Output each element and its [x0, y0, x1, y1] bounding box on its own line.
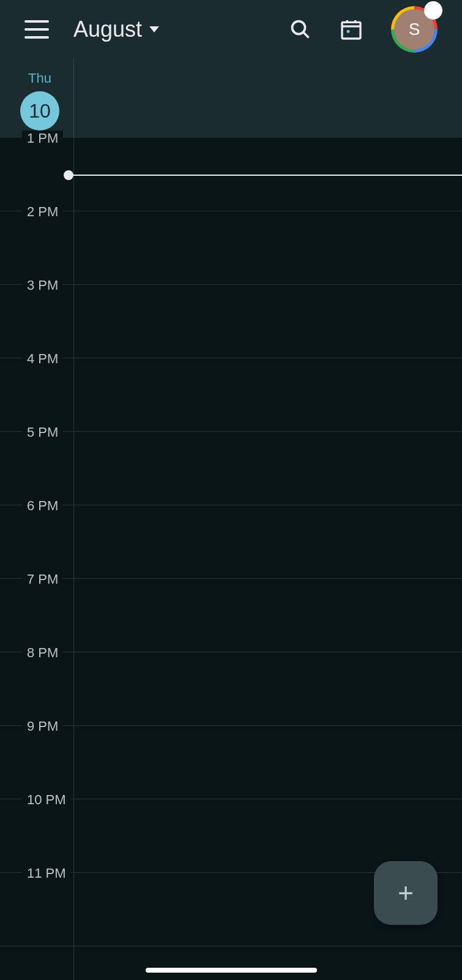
chevron-down-icon — [149, 26, 159, 32]
hour-label: 3 PM — [22, 277, 63, 293]
day-header: Thu 10 — [0, 58, 462, 138]
hour-label: 7 PM — [22, 571, 63, 587]
hour-slot[interactable]: 2 PM — [0, 211, 462, 285]
app-header: August S — [0, 0, 462, 58]
month-selector[interactable]: August — [73, 17, 159, 42]
hour-slot[interactable]: 7 PM — [0, 579, 462, 652]
hour-slot[interactable]: 6 PM — [0, 505, 462, 579]
add-event-button[interactable]: + — [374, 861, 438, 925]
svg-rect-2 — [342, 22, 360, 39]
hour-label: 4 PM — [22, 351, 63, 367]
hour-label: 1 PM — [22, 130, 63, 146]
today-calendar-icon[interactable] — [339, 17, 363, 42]
home-indicator[interactable] — [146, 968, 317, 973]
calendar-grid[interactable]: 1 PM 2 PM 3 PM 4 PM 5 PM 6 PM 7 PM 8 PM … — [0, 138, 462, 980]
hour-slot[interactable]: 9 PM — [0, 726, 462, 799]
hour-label: 11 PM — [22, 865, 71, 881]
hour-slot[interactable]: 5 PM — [0, 432, 462, 505]
hour-label: 10 PM — [22, 792, 71, 808]
hour-slot[interactable]: 4 PM — [0, 358, 462, 432]
current-time-indicator — [69, 175, 462, 176]
current-time-dot — [64, 170, 73, 180]
hour-slot[interactable]: 8 PM — [0, 652, 462, 726]
search-icon[interactable] — [289, 18, 311, 40]
hour-slot[interactable]: 3 PM — [0, 285, 462, 358]
svg-point-0 — [292, 21, 305, 34]
menu-icon[interactable] — [24, 20, 49, 39]
hour-label: 2 PM — [22, 204, 63, 220]
day-number-badge[interactable]: 10 — [20, 91, 59, 130]
day-name-label: Thu — [28, 70, 51, 86]
hour-label: 8 PM — [22, 645, 63, 661]
svg-point-6 — [347, 29, 350, 32]
vertical-divider — [73, 58, 74, 138]
hour-label: 6 PM — [22, 498, 63, 514]
hour-label: 5 PM — [22, 424, 63, 440]
plus-icon: + — [398, 878, 414, 908]
account-avatar[interactable]: S — [391, 6, 438, 53]
svg-line-1 — [304, 32, 309, 37]
hour-label: 9 PM — [22, 718, 63, 734]
month-label: August — [73, 17, 142, 42]
avatar-badge — [424, 1, 442, 20]
